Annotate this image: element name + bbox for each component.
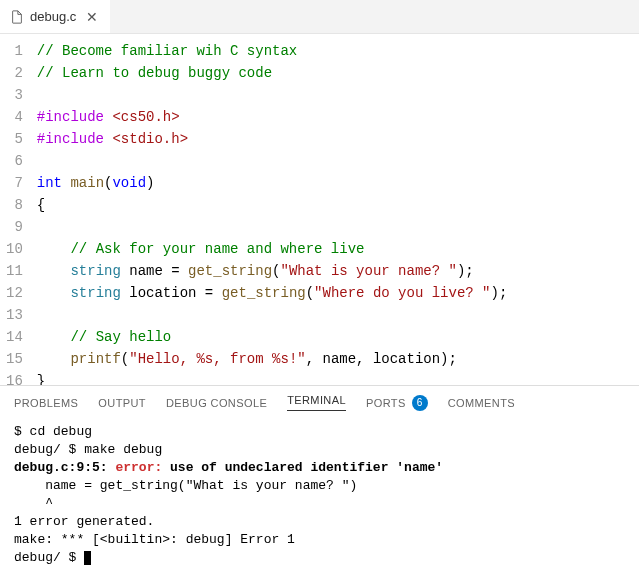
ports-badge: 6: [412, 395, 428, 411]
code-line[interactable]: printf("Hello, %s, from %s!", name, loca…: [37, 348, 639, 370]
line-number-gutter: 1234567891011121314151617: [0, 40, 37, 385]
code-editor[interactable]: 1234567891011121314151617 // Become fami…: [0, 34, 639, 385]
code-line[interactable]: [37, 150, 639, 172]
code-line[interactable]: #include <stdio.h>: [37, 128, 639, 150]
terminal-line: $ cd debug: [14, 423, 625, 441]
code-line[interactable]: // Ask for your name and where live: [37, 238, 639, 260]
terminal-line: debug/ $ make debug: [14, 441, 625, 459]
code-line[interactable]: [37, 304, 639, 326]
line-number: 4: [6, 106, 23, 128]
tab-ports[interactable]: PORTS: [366, 397, 406, 409]
tab-problems[interactable]: PROBLEMS: [14, 397, 78, 409]
terminal-line: ^: [14, 495, 625, 513]
tab-comments[interactable]: COMMENTS: [448, 397, 515, 409]
close-icon[interactable]: ✕: [84, 8, 100, 26]
tab-output[interactable]: OUTPUT: [98, 397, 146, 409]
tab-debug-console[interactable]: DEBUG CONSOLE: [166, 397, 267, 409]
terminal-line: name = get_string("What is your name? "): [14, 477, 625, 495]
code-content[interactable]: // Become familiar wih C syntax// Learn …: [37, 40, 639, 385]
file-icon: [10, 10, 24, 24]
code-line[interactable]: #include <cs50.h>: [37, 106, 639, 128]
line-number: 1: [6, 40, 23, 62]
editor-tabbar: debug.c ✕: [0, 0, 639, 34]
line-number: 15: [6, 348, 23, 370]
code-line[interactable]: {: [37, 194, 639, 216]
editor-tab-label: debug.c: [30, 9, 76, 24]
line-number: 10: [6, 238, 23, 260]
code-line[interactable]: [37, 84, 639, 106]
terminal-line: 1 error generated.: [14, 513, 625, 531]
line-number: 12: [6, 282, 23, 304]
line-number: 14: [6, 326, 23, 348]
code-line[interactable]: // Become familiar wih C syntax: [37, 40, 639, 62]
code-line[interactable]: int main(void): [37, 172, 639, 194]
code-line[interactable]: [37, 216, 639, 238]
code-line[interactable]: // Say hello: [37, 326, 639, 348]
terminal-content[interactable]: $ cd debugdebug/ $ make debugdebug.c:9:5…: [0, 415, 639, 579]
terminal-line: make: *** [<builtin>: debug] Error 1: [14, 531, 625, 549]
code-line[interactable]: }: [37, 370, 639, 385]
line-number: 3: [6, 84, 23, 106]
line-number: 16: [6, 370, 23, 385]
line-number: 7: [6, 172, 23, 194]
terminal-line: debug/ $: [14, 549, 625, 567]
code-line[interactable]: // Learn to debug buggy code: [37, 62, 639, 84]
code-line[interactable]: string location = get_string("Where do y…: [37, 282, 639, 304]
panel-tabs: PROBLEMS OUTPUT DEBUG CONSOLE TERMINAL P…: [0, 386, 639, 415]
line-number: 2: [6, 62, 23, 84]
line-number: 5: [6, 128, 23, 150]
editor-tab-debug-c[interactable]: debug.c ✕: [0, 0, 110, 33]
line-number: 6: [6, 150, 23, 172]
line-number: 13: [6, 304, 23, 326]
bottom-panel: PROBLEMS OUTPUT DEBUG CONSOLE TERMINAL P…: [0, 385, 639, 579]
line-number: 11: [6, 260, 23, 282]
line-number: 8: [6, 194, 23, 216]
line-number: 9: [6, 216, 23, 238]
code-line[interactable]: string name = get_string("What is your n…: [37, 260, 639, 282]
tab-terminal[interactable]: TERMINAL: [287, 394, 346, 411]
terminal-line: debug.c:9:5: error: use of undeclared id…: [14, 459, 625, 477]
